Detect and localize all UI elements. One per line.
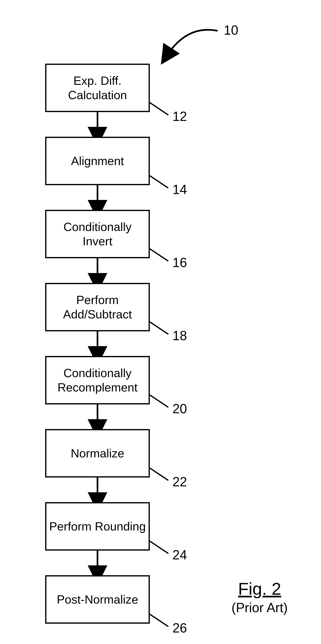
step-label: Normalize [70,446,124,460]
step-box-normalize: Normalize [45,429,150,478]
figure-title: Fig. 2 [216,579,304,599]
step-label: Perform Rounding [49,519,146,534]
svg-line-12 [150,468,168,480]
svg-line-8 [150,176,168,188]
step-label: Alignment [71,154,124,168]
svg-line-9 [150,249,168,261]
pointer-arrow-10 [166,30,218,56]
step-label: Exp. Diff. Calculation [68,74,127,102]
step-box-add-sub: Perform Add/Subtract [45,283,150,331]
step-box-post-normalize: Post-Normalize [45,575,150,624]
svg-line-10 [150,322,168,334]
step-box-rounding: Perform Rounding [45,502,150,550]
step-box-cond-recomp: Conditionally Recomplement [45,356,150,404]
step-label: Perform Add/Subtract [63,293,132,321]
step-label: Post-Normalize [57,592,138,607]
svg-line-11 [150,395,168,407]
ref-number-10: 10 [224,22,238,38]
figure-label: Fig. 2 (Prior Art) [216,579,304,615]
step-box-alignment: Alignment [45,137,150,185]
leader-lines [150,103,168,626]
ref-number-24: 24 [172,547,187,562]
svg-line-7 [150,103,168,115]
ref-number-14: 14 [172,182,187,197]
step-label: Conditionally Recomplement [58,366,138,394]
step-box-cond-invert: Conditionally Invert [45,210,150,258]
ref-number-26: 26 [172,620,187,636]
step-label: Conditionally Invert [64,220,132,248]
flowchart-stage: 10 Exp. Diff. Calculation 12 Alignment 1… [0,0,321,644]
ref-number-20: 20 [172,401,187,416]
ref-number-22: 22 [172,474,187,490]
svg-line-13 [150,541,168,554]
ref-number-16: 16 [172,255,187,270]
ref-number-18: 18 [172,328,187,343]
figure-subtitle: (Prior Art) [216,600,304,615]
step-box-exp-diff: Exp. Diff. Calculation [45,64,150,112]
svg-line-14 [150,614,168,626]
ref-number-12: 12 [172,109,187,124]
